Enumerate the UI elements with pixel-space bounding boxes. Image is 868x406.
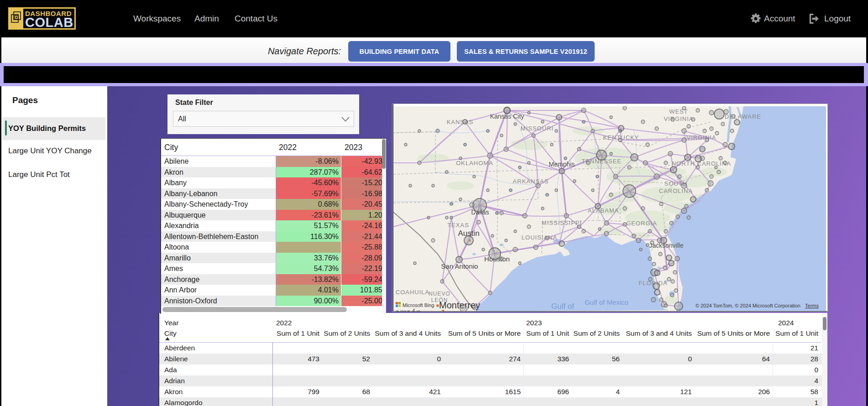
svg-text:DELAWARE: DELAWARE: [725, 113, 761, 120]
svg-text:LOUISIANA: LOUISIANA: [522, 234, 557, 241]
svg-text:VIRGINIA: VIRGINIA: [664, 115, 693, 122]
svg-text:GEORGIA: GEORGIA: [626, 220, 657, 227]
svg-text:NUEVO: NUEVO: [429, 291, 450, 297]
svg-text:© 2024 TomTom, © 2024 Microsof: © 2024 TomTom, © 2024 Microsoft Corporat…: [695, 303, 800, 308]
svg-text:San Antonio: San Antonio: [441, 262, 478, 270]
svg-text:MISSOURI: MISSOURI: [521, 125, 554, 132]
svg-text:NORTH CAROLINA: NORTH CAROLINA: [672, 160, 731, 167]
svg-text:Gulf of: Gulf of: [551, 302, 574, 311]
svg-text:COAHUILA: COAHUILA: [396, 289, 429, 296]
svg-text:MISSISSIPPI: MISSISSIPPI: [542, 219, 582, 226]
svg-text:Terms: Terms: [805, 303, 819, 308]
svg-text:KANSAS: KANSAS: [447, 119, 474, 125]
svg-text:ALABAMA: ALABAMA: [588, 207, 619, 214]
svg-text:OKLAHOMA: OKLAHOMA: [456, 160, 493, 167]
svg-text:VIRGINIA: VIRGINIA: [686, 134, 716, 141]
svg-text:ARKANSAS: ARKANSAS: [513, 178, 549, 185]
svg-text:Microsoft Bing: Microsoft Bing: [403, 302, 434, 308]
svg-text:Memphis: Memphis: [549, 161, 575, 168]
svg-text:TEXAS: TEXAS: [447, 222, 469, 229]
svg-text:Gulf of Mexico: Gulf of Mexico: [585, 298, 628, 306]
svg-text:CAROLINA: CAROLINA: [659, 187, 693, 194]
